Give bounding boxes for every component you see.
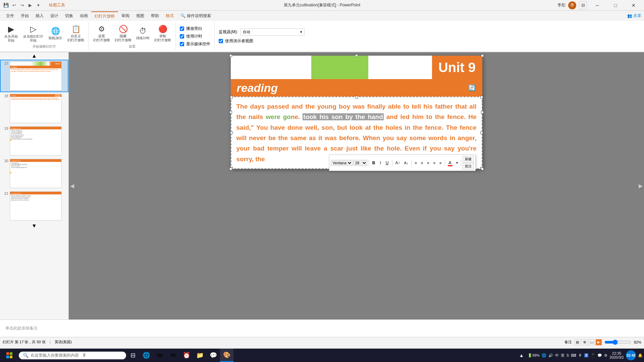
notes-indicator[interactable]: 备注 — [565, 340, 572, 345]
slide-area-scroll-left[interactable]: ◀ — [69, 52, 75, 319]
minimize-btn[interactable]: ─ — [590, 0, 605, 11]
menu-search[interactable]: 🔍 操作说明搜索 — [177, 12, 214, 20]
align-left-btn[interactable]: ≡ — [413, 160, 418, 166]
menu-file[interactable]: 文件 — [3, 12, 17, 20]
rehearse-btn[interactable]: ⏱ 排练计时 — [135, 26, 151, 41]
keyboard-icon[interactable]: ⌨ — [571, 353, 576, 358]
normal-view-btn[interactable]: ▤ — [575, 339, 581, 345]
from-beginning-btn[interactable]: ▶ 从头开始开始 — [3, 23, 19, 44]
undo-icon[interactable]: ↩ — [11, 2, 17, 9]
align-center-btn[interactable]: ≡ — [419, 160, 425, 166]
online-present-btn[interactable]: 🌐 联机演示 — [47, 26, 64, 41]
menu-start[interactable]: 开始 — [17, 12, 32, 20]
resize-handle-text-tr[interactable] — [480, 96, 483, 99]
reading-view-btn[interactable]: 📖 — [589, 339, 595, 345]
panel-scroll-down[interactable]: ▼ — [0, 222, 68, 230]
new-btn[interactable]: 新建 — [463, 156, 474, 163]
slide-thumb-18[interactable]: 18 reading Unit 9 wound is still there. … — [1, 93, 68, 124]
monitor-dropdown[interactable]: 自动 ▾ — [240, 28, 305, 36]
mic-icon[interactable]: 🎙 — [82, 353, 87, 358]
redo-icon[interactable]: ↪ — [19, 2, 25, 9]
font-color-btn[interactable]: A — [446, 159, 454, 167]
present-icon[interactable]: ▶ — [27, 2, 34, 9]
custom-slideshow-btn[interactable]: 📋 自定义幻灯片放映 — [66, 24, 86, 43]
record-btn[interactable]: 🔴 录制幻灯片放映 — [153, 24, 173, 43]
menu-review[interactable]: 审阅 — [118, 12, 133, 20]
tray-arrow-btn[interactable]: ▲ — [518, 351, 526, 359]
accessibility-icon[interactable]: ♿ — [584, 353, 589, 358]
font-size-down-btn[interactable]: A↓ — [402, 160, 410, 166]
slide-thumb-17[interactable]: 17 Unit 9 reading The days passed and th… — [1, 60, 68, 92]
comment-btn[interactable]: 批注 — [463, 163, 474, 170]
menu-slideshow[interactable]: 幻灯片放映 — [91, 11, 118, 20]
slide-thumb-21[interactable]: 21 Language points ①tell sb. to do/ tell… — [1, 190, 68, 222]
taskbar-edge[interactable]: 🌐 — [140, 349, 153, 362]
menu-help[interactable]: 帮助 — [148, 12, 162, 20]
menu-view[interactable]: 视图 — [133, 12, 148, 20]
panel-scroll-up[interactable]: ▲ — [0, 52, 68, 60]
taskbar-powerpoint[interactable]: 🎨 — [220, 349, 233, 362]
network-icon[interactable]: 🌐 — [542, 353, 546, 358]
resize-handle-mr[interactable] — [481, 111, 484, 114]
taskbar-store[interactable]: 🛍 — [153, 349, 166, 362]
resize-handle-text-tl[interactable] — [230, 96, 233, 99]
checkbox-timing[interactable]: 使用计时 — [180, 34, 210, 39]
resize-handle-text-ml[interactable] — [230, 131, 233, 134]
resize-handle-tr[interactable] — [481, 54, 484, 57]
refresh-icon[interactable]: 🔄 — [468, 84, 476, 92]
menu-animation[interactable]: 动画 — [76, 12, 91, 20]
battery-icon[interactable]: 🔋99% — [528, 353, 540, 358]
resize-handle-tm[interactable] — [355, 54, 358, 57]
user-avatar[interactable]: 李 — [568, 1, 576, 9]
checkbox-narration[interactable]: 播放旁白 — [180, 26, 210, 32]
slide-thumb-20[interactable]: 20 Language points ①have fights with... … — [1, 158, 68, 189]
mic-tray-icon[interactable]: 🎙 — [578, 353, 582, 357]
more-btn[interactable]: ▾ — [454, 160, 460, 166]
action-center-btn[interactable]: 🔔 — [638, 353, 643, 358]
input-method-zh[interactable]: 中 — [555, 353, 559, 358]
slideshow-btn[interactable]: ▶ — [596, 339, 602, 345]
settings-icon[interactable]: ⚙ — [604, 353, 607, 358]
bold-btn[interactable]: B — [370, 160, 377, 166]
font-size-select[interactable]: 28 — [353, 160, 367, 166]
menu-design[interactable]: 设计 — [47, 12, 62, 20]
input-method-en[interactable]: 英 — [561, 353, 565, 358]
devices-icon[interactable]: 📱 — [591, 353, 595, 358]
slide-sorter-btn[interactable]: ⊞ — [582, 339, 588, 345]
notes-area[interactable]: 单击此处添加备注 — [0, 319, 644, 337]
zoom-slider[interactable] — [604, 340, 631, 345]
align-right-btn[interactable]: ≡ — [425, 160, 431, 166]
wechat-icon[interactable]: 💬 — [597, 353, 602, 358]
font-size-up-btn[interactable]: A↑ — [394, 160, 402, 166]
from-current-btn[interactable]: ▷ 从当前幻灯片开始 — [21, 23, 45, 44]
save-icon[interactable]: 💾 — [3, 2, 9, 9]
menu-insert[interactable]: 插入 — [32, 12, 47, 20]
taskbar-mail[interactable]: ✉ — [166, 349, 180, 362]
resize-handle-tl[interactable] — [229, 54, 232, 57]
resize-handle-ml[interactable] — [229, 111, 232, 114]
close-btn[interactable]: ✕ — [626, 0, 641, 11]
resize-handle-text-tm[interactable] — [355, 96, 358, 99]
ime-icon[interactable]: S — [567, 353, 569, 357]
setup-btn[interactable]: ⚙ 设置幻灯片放映 — [92, 24, 112, 43]
justify-btn[interactable]: ≡ — [432, 160, 437, 166]
volume-icon[interactable]: 🔊 — [548, 353, 553, 358]
hide-slide-btn[interactable]: 🚫 隐藏幻灯片放映 — [113, 24, 133, 43]
ribbon-collapse-btn[interactable]: ⊟ — [579, 1, 587, 9]
start-btn[interactable] — [1, 349, 17, 362]
resize-handle-br[interactable] — [481, 168, 484, 170]
resize-handle-text-mr[interactable] — [480, 131, 483, 134]
underline-btn[interactable]: U — [384, 160, 391, 166]
taskbar-mail2[interactable]: 💬 — [207, 349, 220, 362]
menu-transition[interactable]: 切换 — [62, 12, 76, 20]
search-bar[interactable]: 🔍 在这里输入你要搜索的内容 🎙 — [19, 352, 126, 359]
share-btn[interactable]: 👥 共享 — [627, 13, 641, 19]
taskbar-explorer[interactable]: 📁 — [193, 349, 207, 362]
clock-display[interactable]: 22:35 2020/3/2 — [609, 351, 624, 359]
font-name-select[interactable]: Verdana — [331, 160, 353, 166]
task-view-btn[interactable]: ⊟ — [126, 349, 140, 362]
checkbox-presenter-view[interactable]: 使用演示者视图 — [219, 38, 305, 44]
slide-panel[interactable]: ▲ 17 Unit 9 reading The days passed and … — [0, 52, 69, 319]
maximize-btn[interactable]: □ — [608, 0, 623, 11]
justify2-btn[interactable]: ≡ — [438, 160, 443, 166]
